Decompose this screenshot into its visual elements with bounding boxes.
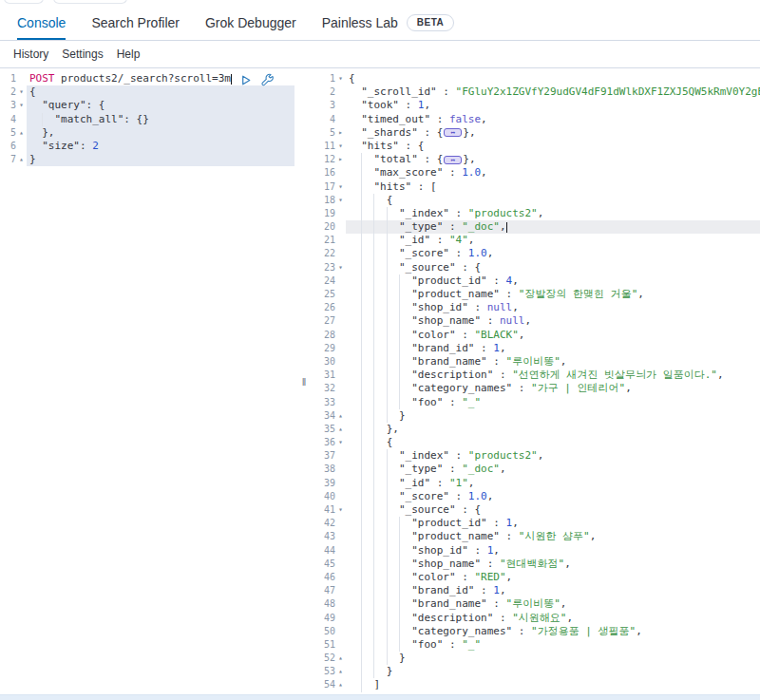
code-line-54[interactable]: 54▴] — [314, 678, 760, 691]
tab-console[interactable]: Console — [17, 8, 66, 40]
code-line-37[interactable]: 37"_index" : "products2", — [314, 449, 760, 463]
collapsed-fold-icon[interactable]: ↔ — [444, 156, 462, 164]
fold-toggle-icon[interactable]: ▾ — [16, 99, 27, 112]
indent-guide — [373, 652, 386, 665]
request-editor-pane[interactable]: 1POST products2/_search?scroll=3m2▾{3▾"q… — [0, 68, 294, 694]
fold-toggle-icon[interactable]: ▴ — [16, 126, 27, 140]
fold-toggle-icon[interactable]: ▴ — [335, 665, 346, 678]
code-line-30[interactable]: 30"brand_name" : "루이비똥", — [314, 355, 760, 369]
fold-toggle-icon[interactable]: ▾ — [335, 194, 346, 207]
code-line-32[interactable]: 32"category_names" : "가구 | 인테리어", — [314, 382, 760, 395]
fold-toggle-icon[interactable]: ▾ — [335, 140, 346, 153]
code-line-12[interactable]: 12▸"total" : {↔}, — [314, 153, 760, 166]
code-line-35[interactable]: 35▴}, — [314, 423, 760, 436]
code-line-25[interactable]: 25"product_name" : "장발장의 한맺힌 거울", — [314, 288, 760, 301]
line-number: 33 — [314, 396, 335, 409]
code-line-22[interactable]: 22"_score" : 1.0, — [314, 247, 760, 260]
code-line-18[interactable]: 18▾{ — [314, 194, 760, 207]
splitter-handle-icon: ‖ — [302, 376, 307, 388]
code-line-11[interactable]: 11▾"hits" : { — [314, 140, 760, 153]
code-line-41[interactable]: 41▾"_source" : { — [314, 503, 760, 517]
code-line-36[interactable]: 36▾{ — [314, 436, 760, 449]
token: , — [564, 558, 571, 570]
code-line-3[interactable]: 3▾"query": { — [0, 99, 294, 112]
code-line-48[interactable]: 48"brand_name" : "루이비똥", — [314, 597, 760, 611]
collapsed-fold-icon[interactable]: ↔ — [444, 128, 462, 137]
indent-guide — [373, 490, 386, 503]
code-line-20[interactable]: 20"_type" : "_doc", — [314, 220, 760, 234]
code-line-42[interactable]: 42"product_id" : 1, — [314, 517, 760, 530]
code-line-49[interactable]: 49"description" : "시원해요", — [314, 612, 760, 625]
fold-toggle-icon[interactable]: ▴ — [16, 153, 27, 166]
code-line-51[interactable]: 51"foo" : "_" — [314, 638, 760, 652]
send-request-play-icon[interactable] — [239, 74, 252, 86]
code-line-29[interactable]: 29"brand_id" : 1, — [314, 342, 760, 355]
fold-toggle-icon[interactable]: ▾ — [335, 261, 346, 274]
code-line-38[interactable]: 38"_type" : "_doc", — [314, 463, 760, 476]
code-line-28[interactable]: 28"color" : "BLACK", — [314, 329, 760, 342]
line-number: 49 — [314, 612, 335, 625]
code-line-47[interactable]: 47"brand_id" : 1, — [314, 584, 760, 597]
pane-splitter[interactable]: ‖ — [294, 68, 314, 694]
code-line-43[interactable]: 43"product_name" : "시원한 샴푸", — [314, 530, 760, 543]
code-text: "size": 2 — [27, 140, 294, 153]
indent-guide — [373, 369, 386, 382]
code-line-2[interactable]: 2"_scroll_id" : "FGluY2x1ZGVfY29udGV4dF9… — [314, 85, 760, 99]
code-line-5[interactable]: 5▸"_shards" : {↔}, — [314, 126, 760, 140]
code-line-2[interactable]: 2▾{ — [0, 85, 294, 99]
code-line-34[interactable]: 34▴} — [314, 409, 760, 423]
code-line-46[interactable]: 46"color" : "RED", — [314, 571, 760, 584]
code-text: "shop_name" : "현대백화점", — [346, 558, 760, 571]
code-line-53[interactable]: 53▴} — [314, 665, 760, 678]
line-number: 1 — [314, 72, 335, 85]
indent — [349, 463, 361, 476]
code-line-24[interactable]: 24"product_id" : 4, — [314, 274, 760, 288]
fold-toggle-icon[interactable]: ▾ — [335, 503, 346, 517]
code-line-16[interactable]: 16"max_score" : 1.0, — [314, 166, 760, 180]
code-line-27[interactable]: 27"shop_name" : null, — [314, 314, 760, 328]
code-line-6[interactable]: 6"size": 2 — [0, 140, 294, 153]
fold-toggle-icon[interactable]: ▾ — [16, 85, 27, 99]
code-line-3[interactable]: 3"took" : 1, — [314, 99, 760, 112]
code-line-45[interactable]: 45"shop_name" : "현대백화점", — [314, 558, 760, 571]
code-line-1[interactable]: 1▾{ — [314, 72, 760, 85]
code-line-4[interactable]: 4"match_all": {} — [0, 113, 294, 126]
bottom-scroll-strip[interactable] — [0, 694, 760, 700]
code-line-39[interactable]: 39"_id" : "1", — [314, 477, 760, 490]
fold-toggle-icon[interactable]: ▾ — [335, 180, 346, 194]
code-line-44[interactable]: 44"shop_id" : 1, — [314, 544, 760, 558]
fold-toggle-icon[interactable]: ▾ — [335, 436, 346, 449]
tab-search-profiler[interactable]: Search Profiler — [91, 8, 180, 40]
indent — [349, 544, 361, 558]
code-line-17[interactable]: 17▾"hits" : [ — [314, 180, 760, 194]
menu-settings[interactable]: Settings — [62, 47, 103, 61]
fold-toggle-icon[interactable]: ▴ — [335, 678, 346, 691]
token: "shop_name" : — [411, 558, 500, 570]
tab-grok-debugger[interactable]: Grok Debugger — [205, 8, 296, 40]
code-line-5[interactable]: 5▴}, — [0, 126, 294, 140]
code-line-19[interactable]: 19"_index" : "products2", — [314, 207, 760, 220]
menu-help[interactable]: Help — [117, 47, 141, 61]
response-output-pane[interactable]: 1▾{2"_scroll_id" : "FGluY2x1ZGVfY29udGV4… — [314, 68, 760, 694]
code-line-26[interactable]: 26"shop_id" : null, — [314, 301, 760, 314]
code-line-52[interactable]: 52▴} — [314, 652, 760, 665]
tab-painless-lab[interactable]: Painless Lab BETA — [322, 8, 455, 40]
code-line-31[interactable]: 31"description" : "선연하게 새겨진 빗살무늬가 일품이다."… — [314, 369, 760, 382]
code-line-50[interactable]: 50"category_names" : "가정용품 | 생필품", — [314, 625, 760, 638]
code-line-23[interactable]: 23▾"_source" : { — [314, 261, 760, 274]
fold-toggle-icon[interactable]: ▾ — [335, 72, 346, 85]
code-line-21[interactable]: 21"_id" : "4", — [314, 234, 760, 247]
gutter-cell: 48 — [314, 597, 346, 611]
console-menu-bar: History Settings Help — [0, 41, 760, 68]
code-line-33[interactable]: 33"foo" : "_" — [314, 396, 760, 409]
fold-toggle-icon[interactable]: ▸ — [335, 126, 346, 140]
code-line-4[interactable]: 4"timed_out" : false, — [314, 113, 760, 126]
fold-toggle-icon[interactable]: ▴ — [335, 409, 346, 423]
fold-toggle-icon[interactable]: ▸ — [335, 153, 346, 166]
code-line-40[interactable]: 40"_score" : 1.0, — [314, 490, 760, 503]
request-options-wrench-icon[interactable] — [260, 73, 274, 86]
fold-toggle-icon[interactable]: ▴ — [335, 652, 346, 665]
code-line-7[interactable]: 7▴} — [0, 153, 294, 166]
menu-history[interactable]: History — [13, 47, 48, 61]
fold-toggle-icon[interactable]: ▴ — [335, 423, 346, 436]
